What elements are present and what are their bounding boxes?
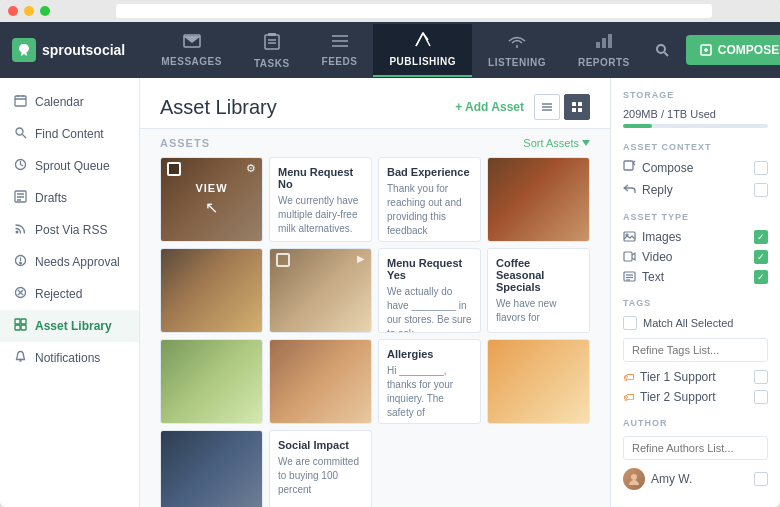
reports-icon bbox=[595, 33, 613, 53]
svg-point-32 bbox=[20, 262, 22, 264]
sidebar-sprout-queue-label: Sprout Queue bbox=[35, 159, 110, 173]
svg-rect-2 bbox=[265, 35, 279, 49]
video-checkbox[interactable]: ✓ bbox=[754, 250, 768, 264]
svg-rect-39 bbox=[21, 325, 26, 330]
maximize-dot[interactable] bbox=[40, 6, 50, 16]
asset-card-12[interactable] bbox=[160, 430, 263, 507]
sidebar-item-find-content[interactable]: Find Content bbox=[0, 118, 139, 150]
context-item-compose: Compose bbox=[623, 160, 768, 176]
find-content-icon bbox=[14, 126, 27, 142]
asset-card-10[interactable]: Allergies Hi ________, thanks for your i… bbox=[378, 339, 481, 424]
tag-item-tier1: 🏷 Tier 1 Support bbox=[623, 370, 768, 384]
nav-publishing-label: PUBLISHING bbox=[389, 56, 456, 67]
asset-card-9[interactable] bbox=[269, 339, 372, 424]
video-type-icon bbox=[623, 251, 636, 264]
svg-rect-12 bbox=[608, 34, 612, 48]
nav-reports-label: REPORTS bbox=[578, 57, 630, 68]
tags-refine-input[interactable] bbox=[623, 338, 768, 362]
close-dot[interactable] bbox=[8, 6, 18, 16]
asset-card-5[interactable]: ▶ bbox=[269, 248, 372, 333]
svg-rect-54 bbox=[624, 252, 632, 261]
card-body-6: We actually do have ________ in our stor… bbox=[387, 285, 472, 333]
nav-item-listening[interactable]: LISTENING bbox=[472, 25, 562, 76]
nav-right: COMPOSE bbox=[646, 34, 780, 66]
nav-item-feeds[interactable]: FEEDS bbox=[306, 26, 374, 75]
tag-tier2-checkbox[interactable] bbox=[754, 390, 768, 404]
video-icon: ▶ bbox=[357, 253, 365, 264]
tag-tier2-label: Tier 2 Support bbox=[640, 390, 748, 404]
asset-card-3[interactable] bbox=[487, 157, 590, 242]
sidebar-item-calendar[interactable]: Calendar bbox=[0, 86, 139, 118]
sprout-queue-icon bbox=[14, 158, 27, 174]
asset-card-11[interactable] bbox=[487, 339, 590, 424]
nav-items: MESSAGES TASKS FEEDS bbox=[145, 24, 646, 77]
app-window: sproutsocial MESSAGES TASKS bbox=[0, 0, 780, 507]
asset-card-8[interactable] bbox=[160, 339, 263, 424]
minimize-dot[interactable] bbox=[24, 6, 34, 16]
text-checkbox[interactable]: ✓ bbox=[754, 270, 768, 284]
card-title-13: Social Impact bbox=[278, 439, 363, 451]
asset-card-7[interactable]: Coffee Seasonal Specials We have new fla… bbox=[487, 248, 590, 333]
tag-item-tier2: 🏷 Tier 2 Support bbox=[623, 390, 768, 404]
sidebar-item-notifications[interactable]: Notifications bbox=[0, 342, 139, 374]
storage-section: STORAGE 209MB / 1TB Used bbox=[623, 90, 768, 128]
asset-card-1[interactable]: Menu Request No We currently have multip… bbox=[269, 157, 372, 242]
sort-button[interactable]: Sort Assets bbox=[523, 137, 590, 149]
card-body-1: We currently have multiple dairy-free mi… bbox=[278, 194, 363, 236]
page-title: Asset Library bbox=[160, 96, 277, 119]
tags-match-row: Match All Selected bbox=[623, 316, 768, 330]
tags-match-checkbox[interactable] bbox=[623, 316, 637, 330]
author-amy-checkbox[interactable] bbox=[754, 472, 768, 486]
sidebar-item-asset-library[interactable]: Asset Library bbox=[0, 310, 139, 342]
asset-grid: ⚙ VIEW ↖ Menu Request No We currently ha… bbox=[140, 157, 610, 507]
sidebar-item-sprout-queue[interactable]: Sprout Queue bbox=[0, 150, 139, 182]
sidebar-item-rejected[interactable]: Rejected bbox=[0, 278, 139, 310]
tags-section: TAGS Match All Selected 🏷 Tier 1 Support… bbox=[623, 298, 768, 404]
video-type-label: Video bbox=[642, 250, 748, 264]
asset-card-2[interactable]: Bad Experience Thank you for reaching ou… bbox=[378, 157, 481, 242]
sidebar-item-needs-approval[interactable]: Needs Approval bbox=[0, 246, 139, 278]
nav-feeds-label: FEEDS bbox=[322, 56, 358, 67]
asset-card-6[interactable]: Menu Request Yes We actually do have ___… bbox=[378, 248, 481, 333]
nav-item-tasks[interactable]: TASKS bbox=[238, 24, 306, 77]
card-body-10: Hi ________, thanks for your inquiery. T… bbox=[387, 364, 472, 420]
tag-tier1-checkbox[interactable] bbox=[754, 370, 768, 384]
url-bar[interactable] bbox=[116, 4, 712, 18]
author-name-amy: Amy W. bbox=[651, 472, 748, 486]
nav-listening-label: LISTENING bbox=[488, 57, 546, 68]
asset-context-title: ASSET CONTEXT bbox=[623, 142, 768, 152]
svg-line-23 bbox=[23, 135, 27, 139]
sidebar-item-post-via-rss[interactable]: Post Via RSS bbox=[0, 214, 139, 246]
author-title: AUTHOR bbox=[623, 418, 768, 428]
add-asset-button[interactable]: + Add Asset bbox=[455, 100, 524, 114]
nav-item-messages[interactable]: MESSAGES bbox=[145, 26, 238, 75]
search-button[interactable] bbox=[646, 34, 678, 66]
compose-checkbox[interactable] bbox=[754, 161, 768, 175]
card-title-10: Allergies bbox=[387, 348, 472, 360]
grid-view-button[interactable] bbox=[564, 94, 590, 120]
title-bar bbox=[0, 0, 780, 22]
svg-rect-52 bbox=[624, 232, 635, 241]
images-type-icon bbox=[623, 231, 636, 244]
compose-button[interactable]: COMPOSE bbox=[686, 35, 780, 65]
needs-approval-icon bbox=[14, 254, 27, 270]
reply-checkbox[interactable] bbox=[754, 183, 768, 197]
svg-point-59 bbox=[631, 474, 637, 480]
nav-item-publishing[interactable]: PUBLISHING bbox=[373, 24, 472, 77]
svg-rect-46 bbox=[578, 102, 582, 106]
nav-messages-label: MESSAGES bbox=[161, 56, 222, 67]
asset-card-13[interactable]: Social Impact We are committed to buying… bbox=[269, 430, 372, 507]
nav-item-reports[interactable]: REPORTS bbox=[562, 25, 646, 76]
svg-line-14 bbox=[664, 53, 668, 57]
author-refine-input[interactable] bbox=[623, 436, 768, 460]
sidebar-item-drafts[interactable]: Drafts bbox=[0, 182, 139, 214]
asset-card-4[interactable] bbox=[160, 248, 263, 333]
list-view-button[interactable] bbox=[534, 94, 560, 120]
svg-rect-38 bbox=[15, 325, 20, 330]
rejected-icon bbox=[14, 286, 27, 302]
asset-card-0[interactable]: ⚙ VIEW ↖ bbox=[160, 157, 263, 242]
card-title-7: Coffee Seasonal Specials bbox=[496, 257, 581, 293]
card-checkbox[interactable] bbox=[276, 253, 290, 267]
images-checkbox[interactable]: ✓ bbox=[754, 230, 768, 244]
calendar-icon bbox=[14, 94, 27, 110]
